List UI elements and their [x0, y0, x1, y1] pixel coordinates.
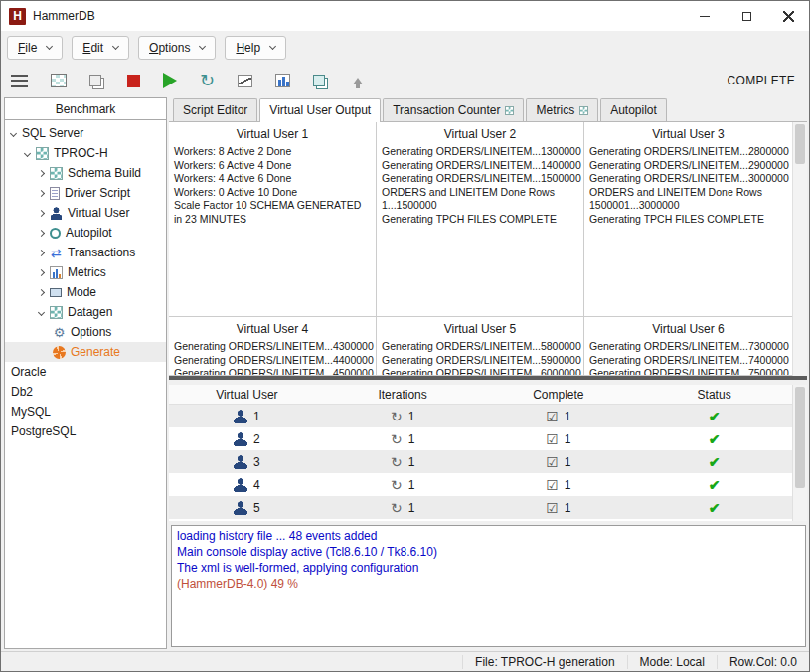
tree-item-label: Db2	[11, 385, 33, 399]
cell-iterations: ↻1	[325, 410, 481, 423]
chevron-down-icon	[46, 43, 53, 50]
vu-output-line: Generating TPCH FILES COMPLETE	[377, 213, 583, 227]
table-row[interactable]: 6↻1☑1✔	[169, 519, 792, 521]
console-output[interactable]: loading history file ... 48 events added…	[171, 525, 806, 647]
layers-icon[interactable]	[313, 75, 325, 86]
user-icon	[234, 410, 247, 423]
tree-item-sql-server[interactable]: SQL Server	[5, 123, 166, 143]
tree-item-oracle[interactable]: Oracle	[5, 362, 166, 382]
maximize-button[interactable]	[726, 1, 767, 31]
chevron-right-icon[interactable]	[38, 249, 45, 255]
menu-help[interactable]: Help	[225, 36, 286, 60]
tree-item-transactions[interactable]: ⇄Transactions	[5, 243, 166, 262]
tab-virtual-user-output[interactable]: Virtual User Output	[259, 98, 381, 122]
tree-item-datagen[interactable]: Datagen	[5, 302, 166, 322]
tree-item-options[interactable]: ⚙Options	[5, 322, 166, 342]
table-row[interactable]: 4↻1☑1✔	[169, 473, 792, 496]
chevron-right-icon[interactable]	[38, 189, 45, 196]
chevron-right-icon[interactable]	[38, 268, 45, 275]
complete-checkbox-icon: ☑	[546, 501, 559, 515]
scrollbar-thumb[interactable]	[795, 124, 805, 164]
menu-icon[interactable]	[11, 75, 28, 87]
console-line: The xml is well-formed, applying configu…	[177, 560, 800, 576]
chevron-right-icon[interactable]	[38, 209, 45, 216]
vu-output-line: Generating ORDERS/LINEITEM...4500000	[169, 367, 376, 376]
virtual-user-output-pane: Virtual User 1Workers: 8 Active 2 DoneWo…	[169, 121, 807, 376]
table-row[interactable]: 1↻1☑1✔	[169, 405, 792, 427]
tree-item-label: Virtual User	[68, 206, 129, 220]
table-row[interactable]: 3↻1☑1✔	[169, 450, 792, 473]
table-scrollbar[interactable]	[792, 385, 807, 521]
stop-icon[interactable]	[127, 75, 140, 87]
tab-autopilot[interactable]: Autopilot	[600, 98, 667, 121]
tree-item-tproc-h[interactable]: TPROC-H	[5, 143, 166, 163]
chevron-down-icon[interactable]	[24, 149, 31, 156]
vu-output-line: in 23 MINUTES	[169, 213, 376, 227]
table-row[interactable]: 5↻1☑1✔	[169, 496, 792, 519]
main-area: Benchmark SQL ServerTPROC-HSchema BuildD…	[1, 96, 809, 651]
menu-label: Help	[236, 41, 260, 55]
close-button[interactable]	[767, 1, 809, 31]
tree-item-label: Generate	[71, 345, 120, 359]
iterations-value: 1	[408, 478, 415, 492]
tree-item-db2[interactable]: Db2	[5, 382, 166, 402]
tree-item-metrics[interactable]: Metrics	[5, 262, 166, 282]
menu-edit[interactable]: Edit	[72, 36, 129, 60]
cell-complete: ☑1	[481, 432, 637, 446]
refresh-icon[interactable]	[200, 72, 215, 89]
menu-options[interactable]: Options	[138, 36, 216, 60]
transaction-chart-icon[interactable]	[238, 75, 252, 87]
tree-item-virtual-user[interactable]: Virtual User	[5, 203, 166, 223]
vu-scrollbar[interactable]	[792, 122, 807, 376]
tree-item-mode[interactable]: Mode	[5, 282, 166, 302]
vu-cell-virtual-user-6: Virtual User 6Generating ORDERS/LINEITEM…	[584, 317, 792, 376]
complete-value: 1	[565, 432, 571, 446]
metrics-bars-icon[interactable]	[275, 74, 290, 87]
chevron-right-icon[interactable]	[38, 288, 45, 295]
chevron-right-icon[interactable]	[38, 169, 45, 176]
window-title: HammerDB	[33, 9, 95, 23]
minimize-button[interactable]	[684, 1, 726, 31]
run-play-icon[interactable]	[163, 73, 177, 88]
menu-file[interactable]: File	[7, 36, 63, 60]
tab-transaction-counter[interactable]: Transaction Counter	[383, 98, 524, 121]
tab-script-editor[interactable]: Script Editor	[173, 98, 257, 121]
schema-grid-icon[interactable]	[51, 74, 67, 87]
chevron-down-icon	[269, 43, 276, 50]
tree-item-driver-script[interactable]: Driver Script	[5, 183, 166, 203]
complete-checkbox-icon: ☑	[546, 478, 559, 492]
tree-item-mysql[interactable]: MySQL	[5, 402, 166, 421]
upload-arrow-icon[interactable]	[351, 73, 365, 88]
tree-item-label: Datagen	[68, 305, 112, 319]
cell-status: ✔	[636, 478, 792, 492]
vu-output-line: Workers: 6 Active 4 Done	[169, 159, 376, 173]
iterations-value: 1	[408, 410, 415, 423]
virtual-user-number: 1	[253, 410, 260, 423]
cell-complete: ☑1	[481, 478, 637, 492]
cell-status: ✔	[636, 432, 792, 446]
vu-output-line: 1500001...3000000	[584, 199, 792, 213]
tree-item-generate[interactable]: Generate	[5, 342, 166, 362]
table-row[interactable]: 2↻1☑1✔	[169, 427, 792, 450]
hammerdb-logo-icon: H	[9, 8, 26, 25]
grid-icon	[36, 147, 49, 160]
vu-cell-title: Virtual User 5	[377, 319, 583, 340]
tree-item-schema-build[interactable]: Schema Build	[5, 163, 166, 183]
fan-icon	[53, 346, 66, 359]
benchmark-header: Benchmark	[5, 98, 166, 120]
scrollbar-thumb[interactable]	[795, 387, 805, 488]
chevron-down-icon[interactable]	[10, 129, 17, 136]
cell-virtual-user: 1	[169, 410, 325, 423]
vu-cell-virtual-user-4: Virtual User 4Generating ORDERS/LINEITEM…	[169, 317, 377, 376]
bars-icon	[50, 266, 63, 279]
chevron-down-icon[interactable]	[38, 308, 45, 315]
mode-status: Mode: Local	[627, 655, 717, 669]
copy-icon[interactable]	[89, 75, 101, 86]
tree-item-autopilot[interactable]: Autopilot	[5, 223, 166, 243]
vu-table-body: 1↻1☑1✔2↻1☑1✔3↻1☑1✔4↻1☑1✔5↻1☑1✔6↻1☑1✔	[169, 405, 792, 521]
tree-item-postgresql[interactable]: PostgreSQL	[5, 421, 166, 441]
chevron-right-icon[interactable]	[38, 229, 45, 236]
virtual-user-number: 5	[253, 501, 260, 515]
tab-metrics[interactable]: Metrics	[526, 98, 598, 121]
cell-status: ✔	[636, 455, 792, 469]
